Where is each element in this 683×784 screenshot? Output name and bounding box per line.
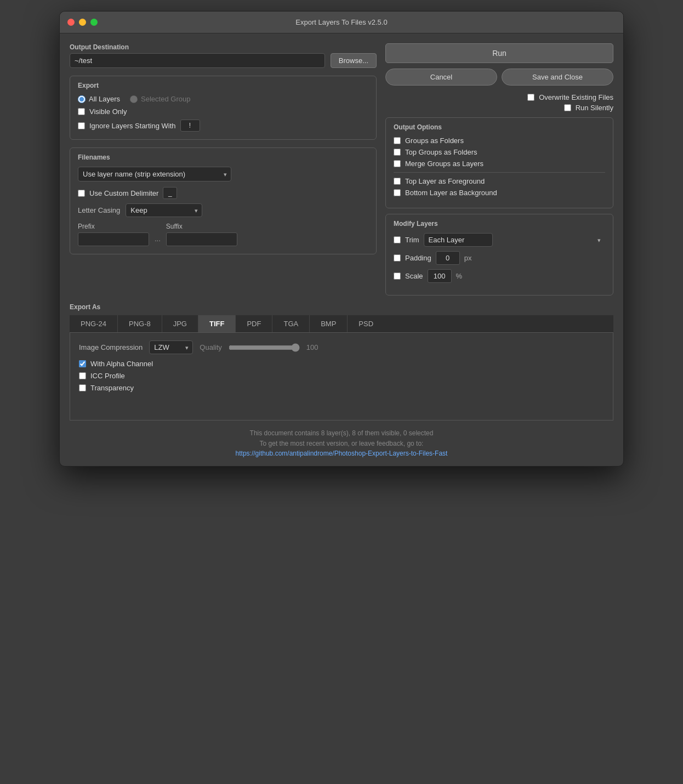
tiff-tab-content: Image Compression None LZW ZIP JPEG Qual…	[70, 333, 613, 421]
output-destination-label: Output Destination	[70, 43, 377, 51]
export-section-label: Export	[78, 82, 368, 89]
scale-checkbox[interactable]	[394, 272, 401, 280]
delimiter-row: Use Custom Delimiter	[78, 187, 368, 199]
visible-only-checkbox[interactable]: Visible Only	[78, 107, 368, 116]
scale-input[interactable]	[428, 269, 452, 283]
scale-checkbox-label[interactable]: Scale	[394, 272, 423, 280]
filenames-section: Filenames Use layer name (strip extensio…	[70, 147, 377, 254]
trim-row: Trim Each Layer Canvas Bounds None	[394, 233, 605, 247]
padding-row: Padding px	[394, 251, 605, 265]
scale-unit: %	[456, 272, 463, 280]
ignore-layers-checkbox[interactable]: Ignore Layers Starting With	[78, 122, 176, 130]
merge-groups-as-layers-checkbox[interactable]: Merge Groups as Layers	[394, 160, 605, 168]
minimize-button[interactable]	[79, 19, 86, 26]
padding-unit: px	[464, 254, 472, 262]
tab-bmp[interactable]: BMP	[310, 315, 348, 332]
trim-checkbox[interactable]	[394, 236, 401, 243]
filename-select-wrapper: Use layer name (strip extension) Use lay…	[78, 167, 231, 181]
titlebar: Export Layers To Files v2.5.0	[60, 12, 623, 33]
run-silently-row[interactable]: Run Silently	[385, 104, 613, 112]
suffix-label: Suffix	[166, 223, 237, 230]
window-title: Export Layers To Files v2.5.0	[295, 18, 387, 26]
radio-all-layers[interactable]: All Layers	[78, 95, 120, 103]
export-radio-row: All Layers Selected Group	[78, 95, 368, 103]
modify-layers-section: Modify Layers Trim Each Layer Canvas Bou…	[385, 214, 613, 296]
transparency-checkbox[interactable]: Transparency	[79, 384, 604, 392]
trim-dropdown[interactable]: Each Layer Canvas Bounds None	[424, 233, 493, 247]
save-close-button[interactable]: Save and Close	[502, 69, 613, 86]
filenames-label: Filenames	[78, 154, 368, 161]
overwrite-checkbox[interactable]	[527, 94, 534, 101]
top-groups-as-folders-checkbox[interactable]: Top Groups as Folders	[394, 148, 605, 156]
trim-checkbox-label[interactable]: Trim	[394, 236, 419, 244]
casing-select-wrapper: Keep Uppercase Lowercase	[126, 203, 202, 217]
run-button[interactable]: Run	[385, 43, 613, 63]
doc-info: This document contains 8 layer(s), 8 of …	[70, 428, 613, 439]
tab-jpg[interactable]: JPG	[162, 315, 198, 332]
letter-casing-row: Letter Casing Keep Uppercase Lowercase	[78, 203, 368, 217]
overwrite-label[interactable]: Overwrite Existing Files	[527, 93, 613, 101]
groups-as-folders-checkbox[interactable]: Groups as Folders	[394, 137, 605, 145]
prefix-suffix-row: Prefix ... Suffix	[78, 223, 368, 246]
tab-psd[interactable]: PSD	[348, 315, 384, 332]
tab-png8[interactable]: PNG-8	[118, 315, 162, 332]
trim-select-wrapper: Each Layer Canvas Bounds None	[424, 233, 605, 247]
maximize-button[interactable]	[90, 19, 98, 26]
main-content: Output Destination Browse... Export All …	[60, 33, 623, 303]
export-section: Export All Layers Selected Group Visible…	[70, 76, 377, 140]
run-silently-label[interactable]: Run Silently	[564, 104, 613, 112]
padding-checkbox-label[interactable]: Padding	[394, 254, 431, 262]
output-options-label: Output Options	[394, 123, 605, 131]
top-layer-foreground-checkbox[interactable]: Top Layer as Foreground	[394, 177, 605, 185]
quality-slider[interactable]	[229, 343, 300, 352]
run-silently-checkbox[interactable]	[564, 104, 571, 111]
close-button[interactable]	[67, 19, 75, 26]
compression-select-wrapper: None LZW ZIP JPEG	[149, 340, 193, 354]
path-input[interactable]	[70, 53, 325, 68]
casing-dropdown[interactable]: Keep Uppercase Lowercase	[126, 203, 202, 217]
titlebar-buttons	[67, 19, 98, 26]
feedback-link[interactable]: https://github.com/antipalindrome/Photos…	[236, 450, 448, 457]
custom-delimiter-checkbox[interactable]: Use Custom Delimiter	[78, 189, 158, 197]
radio-selected-group[interactable]: Selected Group	[130, 95, 190, 103]
output-destination-section: Output Destination Browse...	[70, 43, 377, 68]
cancel-button[interactable]: Cancel	[385, 69, 497, 86]
padding-input[interactable]	[436, 251, 460, 265]
tab-tiff[interactable]: TIFF	[198, 315, 236, 332]
main-window: Export Layers To Files v2.5.0 Output Des…	[59, 11, 624, 467]
filename-select-row: Use layer name (strip extension) Use lay…	[78, 167, 368, 181]
suffix-input[interactable]	[166, 232, 237, 246]
tab-png24[interactable]: PNG-24	[70, 315, 118, 332]
left-column: Output Destination Browse... Export All …	[70, 43, 377, 296]
feedback-text: To get the most recent version, or leave…	[70, 439, 613, 449]
export-tabs-row: PNG-24 PNG-8 JPG TIFF PDF TGA BMP PSD	[70, 315, 613, 333]
options-checkboxes: Overwrite Existing Files Run Silently	[385, 93, 613, 112]
compression-dropdown[interactable]: None LZW ZIP JPEG	[149, 340, 193, 354]
casing-label: Letter Casing	[78, 206, 120, 214]
overwrite-row[interactable]: Overwrite Existing Files	[385, 93, 613, 101]
prefix-input[interactable]	[78, 232, 149, 246]
browse-button[interactable]: Browse...	[331, 53, 377, 68]
prefix-group: Prefix	[78, 223, 149, 246]
output-dest-row: Browse...	[70, 53, 377, 68]
quality-value: 100	[306, 343, 318, 351]
filename-dropdown[interactable]: Use layer name (strip extension) Use lay…	[78, 167, 231, 181]
bottom-layer-background-checkbox[interactable]: Bottom Layer as Background	[394, 189, 605, 197]
tab-tga[interactable]: TGA	[272, 315, 310, 332]
alpha-channel-checkbox[interactable]: With Alpha Channel	[79, 360, 604, 368]
quality-label: Quality	[200, 343, 221, 351]
output-options-section: Output Options Groups as Folders Top Gro…	[385, 117, 613, 208]
compression-label: Image Compression	[79, 343, 143, 351]
icc-profile-checkbox[interactable]: ICC Profile	[79, 372, 604, 380]
compression-row: Image Compression None LZW ZIP JPEG Qual…	[79, 340, 604, 354]
modify-layers-label: Modify Layers	[394, 220, 605, 228]
delimiter-input[interactable]	[163, 187, 177, 199]
padding-checkbox[interactable]	[394, 254, 401, 262]
ignore-layers-row: Ignore Layers Starting With	[78, 120, 368, 132]
dots-separator: ...	[155, 235, 161, 246]
cancel-save-row: Cancel Save and Close	[385, 69, 613, 86]
export-as-label: Export As	[70, 303, 613, 311]
prefix-label: Prefix	[78, 223, 149, 230]
tab-pdf[interactable]: PDF	[236, 315, 272, 332]
ignore-chars-input[interactable]	[180, 120, 200, 132]
